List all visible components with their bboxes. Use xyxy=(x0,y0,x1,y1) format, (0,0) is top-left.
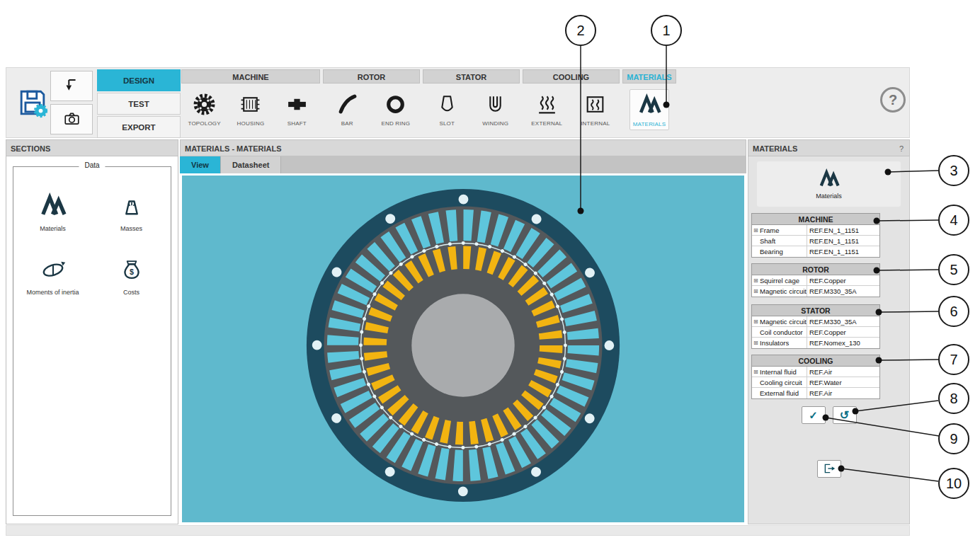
section-item-moments-of-inertia[interactable]: Moments of inertia xyxy=(26,255,79,296)
callout-7: 7 xyxy=(938,344,969,375)
table-row[interactable]: ⊞Magnetic circuit REF.M330_35A xyxy=(752,316,879,327)
row-label: External fluid xyxy=(760,389,799,397)
toolbar-button-label: BAR xyxy=(341,120,353,127)
topology-gear-icon xyxy=(193,91,216,117)
data-group-box: Data Materials Masses Moments of inertia… xyxy=(13,166,171,516)
toolbar-group-rotor: ROTOR BAR END RING xyxy=(323,69,420,137)
export-icon xyxy=(822,461,836,477)
row-label: Coil conductor xyxy=(760,328,803,336)
row-value[interactable]: REF.M330_35A xyxy=(807,316,879,326)
expand-icon[interactable]: ⊞ xyxy=(753,277,760,284)
import-button[interactable] xyxy=(50,71,93,101)
toolbar-button-winding[interactable]: WINDING xyxy=(476,89,515,129)
end-ring-icon xyxy=(384,91,407,117)
section-item-masses[interactable]: Masses xyxy=(118,191,145,232)
motor-view-canvas[interactable] xyxy=(182,176,744,522)
toolbar-button-label: HOUSING xyxy=(237,120,265,127)
expand-icon[interactable]: ⊞ xyxy=(753,288,760,294)
expand-icon[interactable]: ⊞ xyxy=(753,227,760,234)
expand-icon[interactable]: ⊞ xyxy=(753,340,760,346)
table-row[interactable]: ⊞Squirrel cage REF.Copper xyxy=(752,275,879,286)
section-item-label: Moments of inertia xyxy=(26,289,79,296)
row-value[interactable]: REF.EN_1_1151 xyxy=(807,225,879,235)
sections-panel-header: SECTIONS xyxy=(6,139,178,156)
camera-icon xyxy=(62,109,81,130)
toolbar-group-title: MACHINE xyxy=(181,69,320,84)
materials-panel-body: Materials MACHINE ⊞Frame REF.EN_1_1151 S… xyxy=(748,156,910,524)
apply-button[interactable]: ✓ xyxy=(802,406,826,424)
table-row[interactable]: ⊞Insulators REF.Nomex_130 xyxy=(752,338,879,348)
callout-4: 4 xyxy=(938,205,969,236)
row-value[interactable]: REF.EN_1_1151 xyxy=(807,246,879,257)
toolbar-group-cooling: COOLING EXTERNAL INTERNAL xyxy=(523,69,620,137)
restore-button[interactable]: ↺ xyxy=(833,406,857,424)
table-row[interactable]: Cooling circuit REF.Water xyxy=(752,377,879,388)
table-row[interactable]: External fluid REF.Air xyxy=(752,388,879,398)
toolbar-button-housing[interactable]: HOUSING xyxy=(231,89,270,129)
toolbar-button-label: SLOT xyxy=(439,120,455,127)
rotor-materials-table: ROTOR ⊞Squirrel cage REF.Copper ⊞Magneti… xyxy=(751,263,880,297)
save-project-button[interactable] xyxy=(16,86,49,119)
toolbar-button-topology[interactable]: TOPOLOGY xyxy=(185,89,224,129)
table-row[interactable]: ⊞Frame REF.EN_1_1151 xyxy=(752,225,879,236)
tab-view[interactable]: View xyxy=(180,156,221,173)
toolbar-group-materials: MATERIALS MATERIALS xyxy=(622,69,676,137)
toolbar-button-external[interactable]: EXTERNAL xyxy=(527,89,566,129)
section-item-materials[interactable]: Materials xyxy=(40,191,67,232)
table-row[interactable]: ⊞Internal fluid REF.Air xyxy=(752,367,879,377)
table-row[interactable]: ⊞Magnetic circuit REF.M330_35A xyxy=(752,286,879,297)
toolbar-button-shaft[interactable]: SHAFT xyxy=(277,89,317,129)
row-value[interactable]: REF.Air xyxy=(807,388,879,398)
save-icon xyxy=(21,91,46,116)
check-icon: ✓ xyxy=(809,409,818,422)
row-value[interactable]: REF.M330_35A xyxy=(807,286,879,297)
toolbar-button-slot[interactable]: SLOT xyxy=(427,89,467,129)
table-row[interactable]: Bearing REF.EN_1_1151 xyxy=(752,246,879,257)
row-value[interactable]: REF.Copper xyxy=(807,275,879,285)
callout-8: 8 xyxy=(938,383,969,414)
rotor-bar-icon xyxy=(336,91,359,117)
expand-icon[interactable]: ⊞ xyxy=(753,318,760,325)
scale-icon xyxy=(118,191,145,221)
table-row[interactable]: Shaft REF.EN_1_1151 xyxy=(752,236,879,246)
section-item-costs[interactable]: Costs xyxy=(118,255,145,296)
export-materials-button[interactable] xyxy=(817,460,841,478)
row-label: Cooling circuit xyxy=(760,379,802,386)
toolbar-button-end-ring[interactable]: END RING xyxy=(376,89,416,129)
materials-tool-button[interactable]: Materials xyxy=(757,161,901,207)
row-label: Shaft xyxy=(760,237,775,245)
tab-export[interactable]: EXPORT xyxy=(97,116,181,138)
row-value[interactable]: REF.Copper xyxy=(807,327,879,337)
help-button[interactable]: ? xyxy=(880,87,906,113)
screenshot-button[interactable] xyxy=(50,104,93,134)
sections-panel-body: Data Materials Masses Moments of inertia… xyxy=(6,156,178,524)
tab-design[interactable]: DESIGN xyxy=(97,69,181,91)
row-value[interactable]: REF.Air xyxy=(807,367,879,377)
undo-icon: ↺ xyxy=(840,408,849,422)
sections-panel-title: SECTIONS xyxy=(11,144,50,153)
row-label: Magnetic circuit xyxy=(760,287,807,295)
mode-tabs: DESIGN TEST EXPORT xyxy=(97,69,181,138)
toolbar-group-stator: STATOR SLOT WINDING xyxy=(423,69,520,137)
materials-logo-icon xyxy=(638,92,661,117)
table-row[interactable]: Coil conductor REF.Copper xyxy=(752,327,879,338)
row-value[interactable]: REF.Nomex_130 xyxy=(807,338,879,348)
toolbar-button-internal[interactable]: INTERNAL xyxy=(576,89,615,129)
materials-action-buttons: ✓ ↺ xyxy=(748,406,909,424)
expand-icon[interactable]: ⊞ xyxy=(753,369,760,375)
toolbar-button-label: INTERNAL xyxy=(581,120,610,127)
main-view-panel: MATERIALS - MATERIALS View Datasheet xyxy=(180,139,746,524)
machine-materials-table: MACHINE ⊞Frame REF.EN_1_1151 Shaft REF.E… xyxy=(751,213,880,258)
toolbar-group-title: COOLING xyxy=(523,69,620,84)
materials-panel-header: MATERIALS ? xyxy=(748,139,910,156)
toolbar-button-materials[interactable]: MATERIALS xyxy=(629,89,669,130)
main-view-header: MATERIALS - MATERIALS xyxy=(180,139,746,156)
row-value[interactable]: REF.Water xyxy=(807,377,879,387)
materials-panel: MATERIALS ? Materials MACHINE ⊞Frame REF… xyxy=(748,139,910,524)
tab-datasheet[interactable]: Datasheet xyxy=(221,156,282,173)
toolbar-button-bar[interactable]: BAR xyxy=(327,89,367,129)
view-tabstrip: View Datasheet xyxy=(180,156,746,173)
row-value[interactable]: REF.EN_1_1151 xyxy=(807,236,879,246)
panel-help-icon[interactable]: ? xyxy=(899,140,904,157)
tab-test[interactable]: TEST xyxy=(97,93,181,115)
